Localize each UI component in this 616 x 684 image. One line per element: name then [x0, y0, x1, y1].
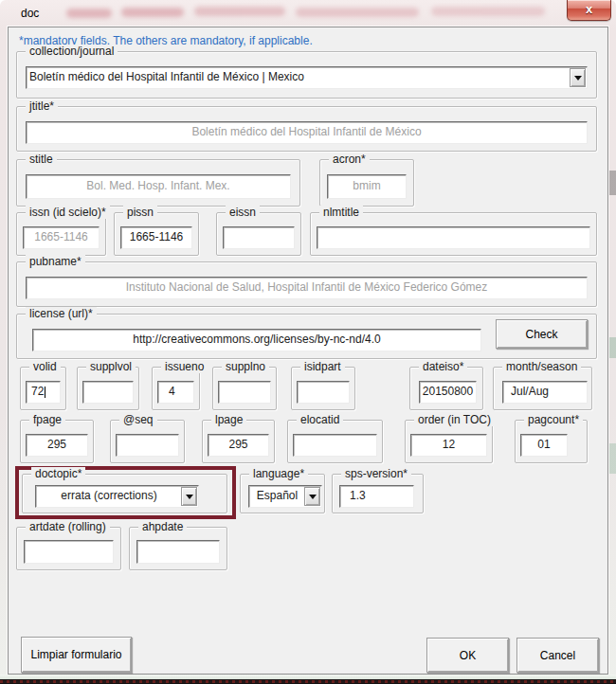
collection-journal-value: Boletín médico del Hospital Infantil de …	[29, 67, 568, 88]
title-bar[interactable]: doc x	[0, 0, 616, 27]
eissn-field[interactable]	[223, 226, 295, 249]
isidpart-label: isidpart	[300, 360, 345, 373]
issn-label: issn (id scielo)*	[26, 206, 110, 219]
artdate-label: artdate (rolling)	[26, 520, 110, 533]
ahpdate-field[interactable]	[136, 540, 220, 564]
collection-journal-label: collection/journal	[26, 45, 118, 58]
pubname-label: pubname*	[26, 255, 85, 268]
fpage-field[interactable]: 295	[26, 434, 88, 457]
jtitle-field: Boletín médico del Hospital Infantil de …	[26, 121, 588, 144]
license-field[interactable]: http://creativecommons.org/licenses/by-n…	[32, 329, 481, 351]
check-button[interactable]: Check	[496, 319, 588, 349]
pagcount-field[interactable]: 01	[520, 434, 568, 457]
doctopic-select[interactable]: errata (corrections)	[35, 485, 199, 508]
background-window-band	[0, 679, 616, 684]
doc-dialog: doc x *mandatory fields. The others are …	[0, 0, 616, 684]
ahpdate-label: ahpdate	[138, 520, 187, 533]
language-select[interactable]: Español	[248, 485, 322, 508]
supplvol-field[interactable]	[82, 381, 134, 404]
lpage-label: lpage	[211, 413, 246, 426]
glass-bleed	[121, 8, 184, 17]
month-season-field[interactable]: Jul/Aug	[502, 381, 588, 404]
order-label: order (in TOC)	[414, 413, 495, 426]
issn-field: 1665-1146	[23, 226, 100, 249]
glass-bleed	[431, 7, 545, 16]
window-title: doc	[21, 7, 39, 20]
glass-bleed	[296, 8, 419, 17]
collection-journal-select[interactable]: Boletín médico del Hospital Infantil de …	[26, 66, 588, 89]
pissn-field[interactable]: 1665-1146	[120, 226, 192, 249]
order-field[interactable]: 12	[410, 434, 487, 457]
supplvol-label: supplvol	[86, 360, 136, 373]
language-label: language*	[249, 467, 308, 480]
stitle-label: stitle	[26, 153, 57, 166]
seq-field[interactable]	[116, 434, 179, 457]
glass-bleed	[66, 9, 112, 18]
pubname-field: Instituto Nacional de Salud, Hospital In…	[26, 277, 588, 299]
ok-button[interactable]: OK	[426, 638, 509, 673]
doctopic-label: doctopic*	[31, 467, 85, 480]
close-icon[interactable]: x	[567, 0, 611, 21]
glass-bleed	[194, 7, 285, 16]
issueno-label: issueno	[161, 360, 208, 373]
pagcount-label: pagcount*	[524, 413, 583, 426]
cancel-button[interactable]: Cancel	[516, 638, 599, 673]
dateiso-label: dateiso*	[419, 360, 467, 373]
doctopic-value: errata (corrections)	[39, 486, 179, 507]
acron-field: bmim	[327, 174, 407, 199]
pissn-label: pissn	[123, 206, 157, 219]
dateiso-field[interactable]: 20150800	[419, 381, 477, 404]
language-value: Español	[252, 486, 302, 507]
chevron-down-icon[interactable]	[304, 487, 320, 506]
license-label: license (url)*	[26, 307, 97, 320]
nlmtitle-label: nlmtitle	[319, 206, 363, 219]
chevron-down-icon[interactable]	[181, 487, 197, 506]
text-caret	[45, 387, 45, 398]
volid-field[interactable]: 72	[26, 381, 61, 404]
month-season-label: month/season	[502, 360, 581, 373]
issueno-field[interactable]: 4	[157, 381, 194, 404]
elocatid-field[interactable]	[293, 434, 377, 457]
chevron-down-icon[interactable]	[570, 68, 586, 87]
eissn-label: eissn	[226, 206, 260, 219]
acron-label: acron*	[329, 153, 370, 166]
volid-value: 72	[31, 385, 44, 398]
supplno-field[interactable]	[218, 381, 271, 404]
artdate-field[interactable]	[24, 540, 114, 564]
elocatid-label: elocatid	[297, 413, 343, 426]
stitle-field: Bol. Med. Hosp. Infant. Mex.	[26, 174, 291, 199]
clear-form-button[interactable]: Limpiar formulario	[21, 637, 132, 673]
lpage-field[interactable]: 295	[208, 434, 269, 457]
sps-version-label: sps-version*	[341, 467, 411, 480]
seq-label: @seq	[119, 413, 157, 426]
jtitle-label: jtitle*	[26, 99, 58, 113]
isidpart-field[interactable]	[297, 381, 350, 404]
supplno-label: supplno	[222, 360, 269, 373]
nlmtitle-field[interactable]	[317, 226, 590, 249]
glass-edge-bleed	[609, 171, 616, 474]
volid-label: volid	[29, 360, 61, 373]
fpage-label: fpage	[29, 413, 65, 426]
sps-version-field[interactable]: 1.3	[339, 485, 414, 508]
